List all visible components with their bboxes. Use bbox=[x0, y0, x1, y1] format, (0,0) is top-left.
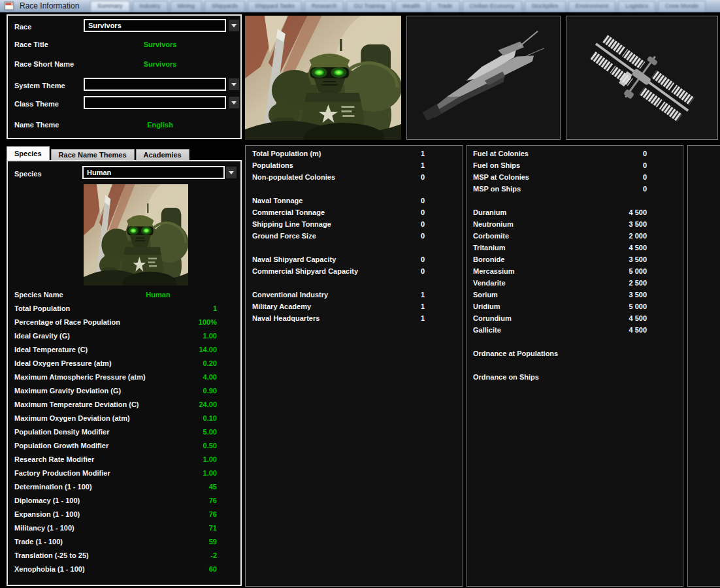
stat-row: Naval Headquarters 1 bbox=[246, 312, 463, 324]
background-tab[interactable]: Wealth bbox=[395, 1, 428, 11]
stat-row: Commercial Tonnage 0 bbox=[246, 206, 463, 218]
background-tab[interactable]: Research bbox=[304, 1, 344, 11]
stat-row: Percentage of Race Population 100% bbox=[8, 316, 240, 329]
stat-row bbox=[246, 277, 463, 289]
race-short-name-label: Race Short Name bbox=[14, 58, 74, 70]
species-combo-arrow-button[interactable] bbox=[226, 167, 237, 178]
stat-row: Military Academy 1 bbox=[246, 301, 463, 312]
stat-row: Ordnance at Populations bbox=[467, 348, 683, 359]
class-theme-combo[interactable] bbox=[84, 96, 239, 109]
race-title-label: Race Title bbox=[14, 39, 48, 50]
background-tab[interactable]: Shipyard Tasks bbox=[248, 1, 302, 11]
species-combo[interactable]: Human bbox=[82, 166, 237, 179]
stat-row: Corbomite 2 000 bbox=[467, 230, 683, 242]
system-theme-arrow-button[interactable] bbox=[229, 78, 239, 90]
stat-row: Sorium 3 500 bbox=[467, 289, 683, 301]
stat-row: Trade (1 - 100) 59 bbox=[8, 535, 240, 549]
chevron-down-icon bbox=[229, 171, 234, 177]
window-title: Race Information bbox=[20, 1, 79, 11]
background-tab[interactable]: Crew Morale bbox=[658, 1, 706, 11]
stat-row: Naval Shipyard Capacity 0 bbox=[246, 253, 463, 265]
race-station-image bbox=[566, 16, 718, 140]
system-theme-value[interactable] bbox=[84, 78, 226, 91]
stat-row: Diplomacy (1 - 100) 76 bbox=[8, 494, 240, 508]
stat-row: Commercial Shipyard Capacity 0 bbox=[246, 265, 463, 277]
race-ship-image bbox=[406, 16, 561, 140]
stat-row: Fuel at Colonies 0 bbox=[467, 148, 683, 159]
race-combo-value[interactable]: Survivors bbox=[84, 19, 226, 32]
empire-summary-panel: Total Population (m) 1 Populations 1 Non… bbox=[245, 145, 463, 587]
stat-row bbox=[467, 336, 683, 348]
stat-row: Tritanium 4 500 bbox=[467, 242, 683, 253]
stat-row: Boronide 3 500 bbox=[467, 253, 683, 265]
stat-row: Naval Tonnage 0 bbox=[246, 195, 463, 206]
empire-summary-list: Total Population (m) 1 Populations 1 Non… bbox=[246, 148, 463, 324]
background-tab[interactable]: Trade bbox=[430, 1, 459, 11]
class-theme-value[interactable] bbox=[84, 96, 226, 109]
stat-row bbox=[246, 183, 463, 195]
race-short-name-value: Survivors bbox=[119, 58, 201, 70]
stat-row: Conventional Industry 1 bbox=[246, 289, 463, 301]
race-combo-arrow-button[interactable] bbox=[229, 20, 239, 31]
class-theme-label: Class Theme bbox=[14, 98, 59, 110]
stat-row: Mercassium 5 000 bbox=[467, 265, 683, 277]
class-theme-arrow-button[interactable] bbox=[229, 97, 239, 108]
clipped-right-panel bbox=[687, 145, 720, 587]
window-titlebar[interactable]: Race Information Summary Industry Mining… bbox=[0, 0, 720, 12]
stat-row: MSP at Colonies 0 bbox=[467, 171, 683, 183]
stat-row: Xenophobia (1 - 100) 60 bbox=[8, 563, 240, 576]
stat-row: Ground Force Size 0 bbox=[246, 230, 463, 242]
stockpiles-list: Fuel at Colonies 0 Fuel on Ships 0 MSP a… bbox=[467, 148, 683, 383]
stat-row: Translation (-25 to 25) -2 bbox=[8, 549, 240, 563]
race-combo[interactable]: Survivors bbox=[84, 19, 239, 32]
stat-row: Factory Production Modifier 1.00 bbox=[8, 466, 240, 480]
race-panel: Race Survivors Race Title Survivors Race… bbox=[7, 14, 242, 139]
stat-row: Neutronium 3 500 bbox=[467, 218, 683, 230]
stat-row: Total Population 1 bbox=[8, 302, 240, 316]
background-tab[interactable]: Shipyards bbox=[205, 1, 245, 11]
stat-row: Determination (1 - 100) 45 bbox=[8, 480, 240, 494]
background-tab[interactable]: Mining bbox=[171, 1, 203, 11]
stat-row bbox=[467, 359, 683, 371]
chevron-down-icon bbox=[231, 24, 237, 30]
background-tab[interactable]: Summary bbox=[90, 1, 130, 11]
tab[interactable]: Academies bbox=[136, 149, 189, 161]
stat-row: Militancy (1 - 100) 71 bbox=[8, 521, 240, 535]
stat-row: Maximum Gravity Deviation (G) 0.90 bbox=[8, 384, 240, 398]
stat-row: Vendarite 2 500 bbox=[467, 277, 683, 289]
name-theme-value: English bbox=[119, 119, 201, 131]
background-tab[interactable]: Logistics bbox=[618, 1, 655, 11]
stat-row bbox=[246, 242, 463, 253]
stat-row: Corundium 4 500 bbox=[467, 312, 683, 324]
background-tab[interactable]: Civilian Economy bbox=[463, 1, 522, 11]
stat-row bbox=[467, 195, 683, 206]
system-theme-label: System Theme bbox=[14, 80, 65, 91]
background-tab[interactable]: Industry bbox=[133, 1, 168, 11]
stat-row: Fuel on Ships 0 bbox=[467, 159, 683, 171]
name-theme-label: Name Theme bbox=[14, 119, 59, 131]
species-combo-value[interactable]: Human bbox=[82, 166, 225, 179]
background-tab[interactable]: GU Training bbox=[346, 1, 392, 11]
species-panel: Species Human Species Name Human Total P… bbox=[7, 160, 242, 586]
species-label: Species bbox=[14, 168, 42, 180]
app-window-icon bbox=[4, 1, 14, 11]
chevron-down-icon bbox=[231, 83, 237, 89]
stat-row: Ideal Gravity (G) 1.00 bbox=[8, 329, 240, 343]
tab[interactable]: Race Name Themes bbox=[51, 149, 135, 161]
stat-row: Total Population (m) 1 bbox=[246, 148, 463, 159]
system-theme-combo[interactable] bbox=[84, 78, 239, 91]
stat-row: Maximum Oxygen Deviation (atm) 0.10 bbox=[8, 412, 240, 425]
species-stats-list: Species Name Human Total Population 1 Pe… bbox=[8, 288, 240, 576]
stat-row: Duranium 4 500 bbox=[467, 206, 683, 218]
stat-row: MSP on Ships 0 bbox=[467, 183, 683, 195]
background-tab[interactable]: Stockpiles bbox=[525, 1, 566, 11]
race-label: Race bbox=[14, 21, 31, 33]
background-tab[interactable]: Environment bbox=[568, 1, 616, 11]
background-tab-strip: Summary Industry Mining Shipyards Shipya… bbox=[90, 1, 720, 12]
stat-row: Populations 1 bbox=[246, 159, 463, 171]
stat-row: Population Density Modifier 5.00 bbox=[8, 425, 240, 439]
stat-row: Species Name Human bbox=[8, 288, 240, 302]
stat-row: Ordnance on Ships bbox=[467, 371, 683, 383]
tab[interactable]: Species bbox=[7, 146, 50, 161]
stat-row: Maximum Atmospheric Pressure (atm) 4.00 bbox=[8, 370, 240, 384]
